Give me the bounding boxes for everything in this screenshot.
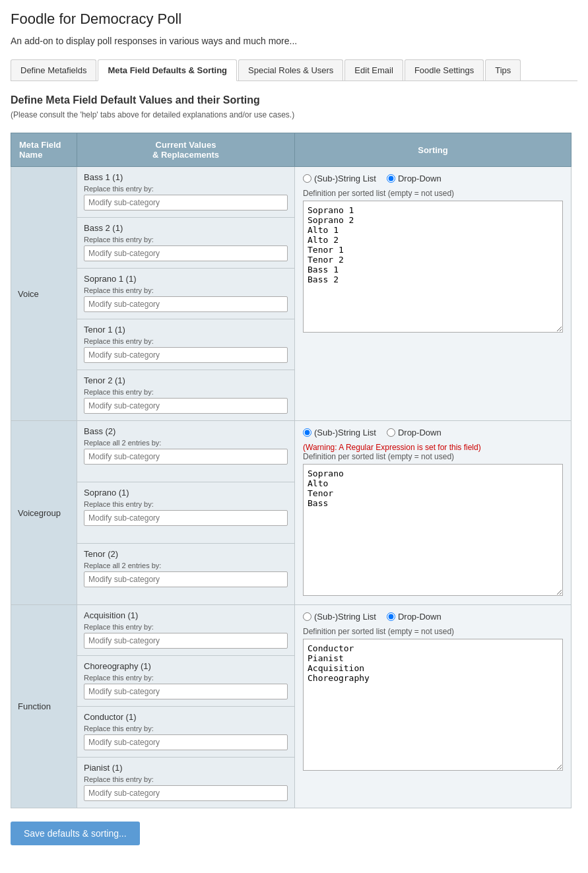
radio-substring-text: (Sub-)String List: [314, 612, 376, 622]
radio-dropdown-label[interactable]: Drop-Down: [387, 174, 441, 183]
page-title: Foodle for Democracy Poll: [11, 11, 577, 28]
definition-label: Definition per sorted list (empty = not …: [303, 189, 563, 198]
radio-substring[interactable]: [303, 428, 311, 437]
radio-dropdown-label[interactable]: Drop-Down: [387, 428, 441, 437]
radio-substring-text: (Sub-)String List: [314, 428, 376, 437]
radio-substring[interactable]: [303, 612, 311, 621]
radio-dropdown[interactable]: [387, 428, 395, 437]
definition-label: Definition per sorted list (empty = not …: [303, 627, 563, 636]
radio-dropdown-text: Drop-Down: [398, 612, 441, 622]
group-name-1: Voicegroup: [11, 421, 77, 605]
definition-textarea[interactable]: Soprano 1 Soprano 2 Alto 1 Alto 2 Tenor …: [303, 201, 563, 333]
entry-label: Tenor 2 (1): [84, 375, 288, 385]
entry-cell-2-0: Acquisition (1) Replace this entry by:: [77, 605, 295, 656]
entry-label: Conductor (1): [84, 712, 288, 722]
radio-row: (Sub-)String List Drop-Down: [303, 612, 563, 622]
col-metafield-header: Meta Field Name: [11, 133, 77, 167]
replace-input[interactable]: [84, 398, 288, 414]
save-button[interactable]: Save defaults & sorting...: [11, 822, 140, 845]
radio-dropdown-label[interactable]: Drop-Down: [387, 612, 441, 622]
entry-label: Soprano 1 (1): [84, 274, 288, 284]
replace-input[interactable]: [84, 347, 288, 363]
entry-cell-0-2: Soprano 1 (1) Replace this entry by:: [77, 269, 295, 319]
radio-substring-text: (Sub-)String List: [314, 174, 376, 183]
entry-cell-1-2: Tenor (2) Replace all 2 entries by:: [77, 544, 295, 605]
radio-dropdown-text: Drop-Down: [398, 428, 441, 437]
group-name-2: Function: [11, 605, 77, 808]
tab-define-metafields[interactable]: Define Metafields: [11, 59, 96, 81]
tab-edit-email[interactable]: Edit Email: [344, 59, 403, 81]
replace-input[interactable]: [84, 449, 288, 465]
replace-label: Replace all 2 entries by:: [84, 562, 288, 569]
entry-cell-0-1: Bass 2 (1) Replace this entry by:: [77, 218, 295, 269]
tab-meta-field-defaults[interactable]: Meta Field Defaults & Sorting: [98, 59, 237, 81]
tab-foodle-settings[interactable]: Foodle Settings: [405, 59, 484, 81]
replace-input[interactable]: [84, 734, 288, 750]
radio-substring-label[interactable]: (Sub-)String List: [303, 612, 376, 622]
entry-label: Bass 2 (1): [84, 223, 288, 233]
entry-label: Soprano (1): [84, 488, 288, 498]
replace-label: Replace this entry by:: [84, 500, 288, 508]
tab-bar: Define Metafields Meta Field Defaults & …: [11, 59, 577, 81]
entry-cell-1-0: Bass (2) Replace all 2 entries by:: [77, 421, 295, 482]
entry-cell-2-2: Conductor (1) Replace this entry by:: [77, 707, 295, 758]
entry-cell-1-1: Soprano (1) Replace this entry by:: [77, 482, 295, 544]
entry-cell-0-4: Tenor 2 (1) Replace this entry by:: [77, 370, 295, 421]
replace-label: Replace all 2 entries by:: [84, 439, 288, 447]
sorting-cell-2: (Sub-)String List Drop-Down Definition p…: [295, 605, 572, 808]
entry-label: Pianist (1): [84, 763, 288, 773]
definition-label: Definition per sorted list (empty = not …: [303, 452, 563, 461]
col-sorting-header: Sorting: [295, 133, 572, 167]
entry-label: Choreography (1): [84, 661, 288, 671]
warning-text: (Warning: A Regular Expression is set fo…: [303, 443, 563, 452]
replace-label: Replace this entry by:: [84, 286, 288, 294]
radio-substring-label[interactable]: (Sub-)String List: [303, 174, 376, 183]
radio-substring-label[interactable]: (Sub-)String List: [303, 428, 376, 437]
definition-textarea[interactable]: Soprano Alto Tenor Bass: [303, 464, 563, 596]
entry-label: Bass (2): [84, 426, 288, 436]
entry-cell-0-3: Tenor 1 (1) Replace this entry by:: [77, 319, 295, 370]
replace-input[interactable]: [84, 571, 288, 587]
replace-input[interactable]: [84, 633, 288, 649]
definition-textarea[interactable]: Conductor Pianist Acquisition Choreograp…: [303, 639, 563, 771]
entry-label: Acquisition (1): [84, 610, 288, 620]
page-subtitle: An add-on to display poll responses in v…: [11, 36, 577, 46]
replace-input[interactable]: [84, 245, 288, 261]
entry-label: Tenor 1 (1): [84, 325, 288, 335]
radio-row: (Sub-)String List Drop-Down: [303, 174, 563, 183]
col-values-header: Current Values& Replacements: [77, 133, 295, 167]
sorting-cell-0: (Sub-)String List Drop-Down Definition p…: [295, 167, 572, 421]
replace-input[interactable]: [84, 195, 288, 210]
section-helper: (Please consult the 'help' tabs above fo…: [11, 110, 577, 119]
replace-input[interactable]: [84, 510, 288, 526]
replace-label: Replace this entry by:: [84, 185, 288, 193]
replace-label: Replace this entry by:: [84, 674, 288, 682]
radio-substring[interactable]: [303, 174, 311, 183]
replace-input[interactable]: [84, 296, 288, 312]
entry-cell-0-0: Bass 1 (1) Replace this entry by:: [77, 167, 295, 218]
replace-label: Replace this entry by:: [84, 337, 288, 345]
replace-label: Replace this entry by:: [84, 236, 288, 243]
radio-dropdown[interactable]: [387, 174, 395, 183]
section-heading: Define Meta Field Default Values and the…: [11, 94, 577, 106]
entry-label: Tenor (2): [84, 549, 288, 559]
tab-tips[interactable]: Tips: [485, 59, 521, 81]
replace-label: Replace this entry by:: [84, 623, 288, 631]
replace-input[interactable]: [84, 785, 288, 801]
group-name-0: Voice: [11, 167, 77, 421]
entry-cell-2-3: Pianist (1) Replace this entry by:: [77, 758, 295, 808]
tab-special-roles[interactable]: Special Roles & Users: [238, 59, 343, 81]
replace-input[interactable]: [84, 684, 288, 699]
radio-dropdown[interactable]: [387, 612, 395, 621]
radio-dropdown-text: Drop-Down: [398, 174, 441, 183]
meta-fields-table: Meta Field Name Current Values& Replacem…: [11, 133, 572, 808]
replace-label: Replace this entry by:: [84, 775, 288, 783]
replace-label: Replace this entry by:: [84, 725, 288, 732]
entry-cell-2-1: Choreography (1) Replace this entry by:: [77, 656, 295, 707]
sorting-cell-1: (Sub-)String List Drop-Down (Warning: A …: [295, 421, 572, 605]
radio-row: (Sub-)String List Drop-Down: [303, 428, 563, 437]
replace-label: Replace this entry by:: [84, 388, 288, 396]
entry-label: Bass 1 (1): [84, 172, 288, 182]
